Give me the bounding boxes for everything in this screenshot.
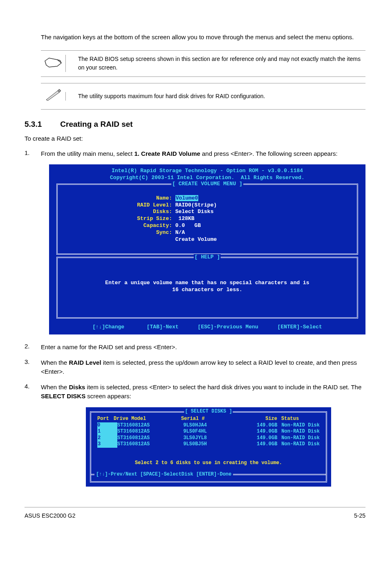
field-label-name: Name: [64, 195, 172, 202]
create-volume-action[interactable]: Create Volume [175, 236, 217, 242]
step-number: 3. [25, 358, 41, 377]
box-title: [ HELP ] [194, 254, 221, 261]
field-value-strip-size[interactable]: 128KB [175, 215, 195, 222]
table-row[interactable]: 0ST3160812AS9LS0HJA4149.0GBNon-RAID Disk [97, 422, 320, 429]
note-text: The utility supports maximum four hard d… [65, 92, 265, 101]
intro-line: To create a RAID set: [25, 135, 365, 142]
cell-serial: 3LS0JYL8 [183, 435, 239, 442]
bios-nav-hints: [↑↓]Change [TAB]-Next [ESC]-Previous Men… [52, 321, 362, 332]
step-number: 2. [25, 343, 41, 352]
col-model: Drive Model [114, 416, 181, 422]
step-1: 1. From the utility main menu, select 1.… [25, 149, 365, 159]
step-text: From the utility main menu, select [41, 150, 134, 157]
field-label-capacity: Capacity: [64, 222, 172, 229]
cell-status: Non-RAID Disk [277, 429, 320, 435]
field-label-disks: Disks: [64, 209, 172, 215]
create-volume-menu-box: [ CREATE VOLUME MENU ] Name: Volume0 RAI… [56, 184, 358, 255]
help-text: Enter a unique volume name that has no s… [64, 261, 351, 314]
box-title: [ SELECT DISKS ] [184, 408, 233, 415]
note-reference: The RAID BIOS setup screens shown in thi… [41, 50, 365, 77]
step-text: When the [41, 359, 69, 366]
box-title: [ CREATE VOLUME MENU ] [171, 181, 243, 188]
table-row[interactable]: 2ST3160812AS3LS0JYL8149.0GBNon-RAID Disk [97, 435, 320, 442]
step-2: 2. Enter a name for the RAID set and pre… [25, 343, 365, 352]
field-value-sync: N/A [175, 229, 185, 236]
field-label-raid-level: RAID Level: [64, 202, 172, 209]
step-bold: SELECT DISKS [41, 393, 85, 399]
select-hint: Select 2 to 6 disks to use in creating t… [97, 448, 320, 474]
cell-status: Non-RAID Disk [277, 441, 320, 448]
cell-size: 149.0GB [239, 435, 277, 442]
select-disks-box: [ SELECT DISKS ] PortDrive ModelSerial #… [90, 411, 327, 483]
page-footer: ASUS ESC2000 G2 5-25 [25, 507, 365, 519]
bios-header: Intel(R) Rapid Storage Technology - Opti… [52, 168, 362, 182]
help-box: [ HELP ] Enter a unique volume name that… [56, 257, 358, 319]
bios-nav-hints: [↑↓]-Prev/Next [SPACE]-SelectDisk [ENTER… [94, 471, 233, 477]
cell-serial: 9LS0F4HL [183, 429, 239, 435]
cell-model: ST3160812AS [117, 429, 183, 435]
field-label-strip-size: Strip Size: [64, 215, 172, 222]
cell-serial: 9LS0BJ5H [183, 441, 239, 448]
footer-page-number: 5-25 [354, 512, 365, 519]
cell-model: ST3160812AS [117, 435, 183, 442]
step-bold: 1. Create RAID Volume [134, 150, 200, 157]
cell-port: 2 [97, 435, 117, 442]
step-number: 1. [25, 149, 41, 159]
cell-model: ST3160812AS [117, 441, 183, 448]
footer-product: ASUS ESC2000 G2 [25, 512, 76, 519]
field-value-capacity[interactable]: 0.0 GB [175, 222, 201, 229]
bios-select-disks-screen: [ SELECT DISKS ] PortDrive ModelSerial #… [86, 407, 331, 487]
hand-icon [43, 55, 65, 72]
cell-size: 149.0GB [239, 422, 277, 429]
disks-footer: [↑↓]-Prev/Next [SPACE]-SelectDisk [ENTER… [91, 474, 326, 482]
field-value-name[interactable]: Volume0 [175, 195, 199, 201]
pen-icon [43, 88, 65, 105]
col-size: Size [238, 416, 277, 422]
section-heading: 5.3.1 Creating a RAID set [25, 120, 365, 129]
cell-serial: 9LS0HJA4 [183, 422, 239, 429]
table-row[interactable]: 1ST3160812AS9LS0F4HL149.0GBNon-RAID Disk [97, 429, 320, 435]
cell-size: 149.0GB [239, 441, 277, 448]
cell-port: 3 [97, 441, 117, 448]
bios-create-volume-screen: Intel(R) Rapid Storage Technology - Opti… [49, 164, 365, 334]
step-bold: Disks [69, 384, 85, 391]
step-text: screen appears: [85, 393, 131, 399]
step-text: When the [41, 384, 69, 391]
field-value-raid-level[interactable]: RAID0(Stripe) [175, 202, 217, 208]
table-header-row: PortDrive ModelSerial #SizeStatus [97, 416, 320, 422]
table-row[interactable]: 3ST3160812AS9LS0BJ5H149.0GBNon-RAID Disk [97, 441, 320, 448]
step-text: item is selected, press <Enter> to selec… [85, 384, 361, 391]
cell-size: 149.0GB [239, 429, 277, 435]
field-value-disks[interactable]: Select Disks [175, 209, 214, 215]
step-3: 3. When the RAID Level item is selected,… [25, 358, 365, 377]
section-title: Creating a RAID set [60, 120, 132, 129]
cell-port: 0 [97, 422, 117, 429]
step-4: 4. When the Disks item is selected, pres… [25, 383, 365, 401]
step-text: and press <Enter>. The following screen … [200, 150, 338, 157]
col-serial: Serial # [181, 416, 238, 422]
note-utility: The utility supports maximum four hard d… [41, 83, 365, 110]
cell-status: Non-RAID Disk [277, 435, 320, 442]
section-number: 5.3.1 [25, 120, 42, 129]
step-bold: RAID Level [69, 359, 101, 366]
note-text: The RAID BIOS setup screens shown in thi… [65, 55, 363, 72]
col-status: Status [277, 416, 320, 422]
step-number: 4. [25, 383, 41, 401]
cell-port: 1 [97, 429, 117, 435]
intro-paragraph: The navigation keys at the bottom of the… [41, 33, 365, 42]
cell-status: Non-RAID Disk [277, 422, 320, 429]
cell-model: ST3160812AS [117, 422, 183, 429]
field-label-sync: Sync: [64, 229, 172, 236]
step-text: Enter a name for the RAID set and press … [41, 343, 365, 352]
